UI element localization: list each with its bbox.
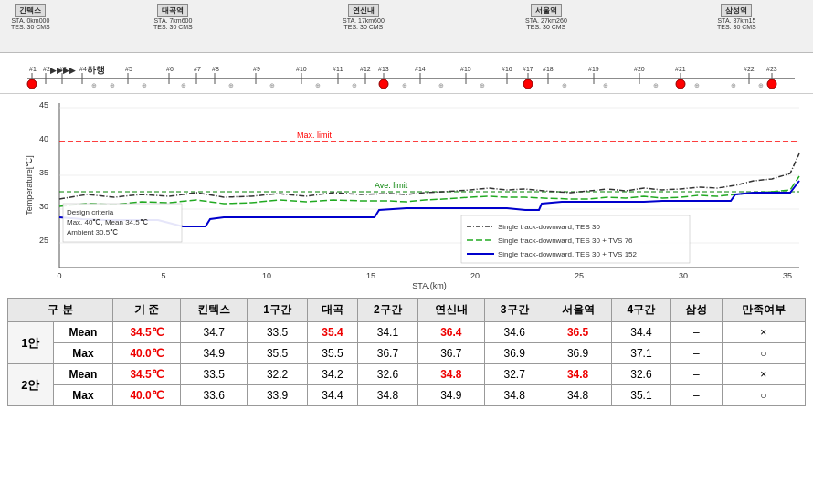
svg-text:⊕: ⊕ [352,82,357,89]
svg-point-50 [379,79,388,89]
data-cell: 36.9 [544,343,611,364]
svg-text:#10: #10 [296,66,307,72]
svg-text:⊕: ⊕ [562,82,567,89]
data-cell: 36.4 [417,322,484,343]
svg-text:#13: #13 [378,66,389,72]
svg-text:⊕: ⊕ [181,82,186,89]
svg-text:25: 25 [39,236,48,245]
row-type: Mean [53,364,112,385]
row-type: Max [53,343,112,364]
svg-text:20: 20 [470,271,480,280]
diagram-area: 긴텍스 STA. 0km000 TES: 30 CMS 대곡역 STA. 7km… [0,0,813,292]
data-cell: 32.2 [248,364,307,385]
table-area: 구 분 기 준 킨텍스 1구간 대곡 2구간 연신내 3구간 서울역 4구간 삼… [0,292,813,412]
svg-text:#12: #12 [360,66,371,72]
svg-text:Design criteria: Design criteria [67,208,114,216]
svg-text:⊕: ⊕ [402,82,407,89]
data-cell: 35.5 [307,343,357,364]
row-type: Mean [53,322,112,343]
header-seg2: 2구간 [358,299,417,322]
svg-text:#2: #2 [43,66,50,72]
svg-text:⊕: ⊕ [480,82,485,89]
header-gijun: 기 준 [113,299,181,322]
svg-text:Ave. limit: Ave. limit [375,181,408,190]
header-seg1: 1구간 [248,299,307,322]
svg-text:#6: #6 [166,66,174,72]
station-bar: 긴텍스 STA. 0km000 TES: 30 CMS 대곡역 STA. 7km… [0,0,813,53]
svg-text:#3: #3 [59,66,67,72]
data-cell: 32.7 [484,364,544,385]
svg-text:Temperature[℃]: Temperature[℃] [25,155,34,215]
svg-text:#19: #19 [588,66,599,72]
svg-text:⊕: ⊕ [315,82,321,89]
svg-text:⊕: ⊕ [758,82,764,89]
svg-text:⊕: ⊕ [269,82,275,89]
data-cell: × [722,322,805,343]
station-kintex: 긴텍스 STA. 0km000 TES: 30 CMS [11,4,50,30]
data-cell: 34.1 [358,322,417,343]
svg-point-51 [523,79,533,89]
svg-text:#4: #4 [79,66,87,72]
header-seg4: 4구간 [611,299,670,322]
svg-text:15: 15 [366,271,375,280]
svg-text:40: 40 [39,134,48,143]
data-cell: 34.4 [611,322,670,343]
data-cell: ○ [722,343,805,364]
header-gubun: 구 분 [8,299,113,322]
data-cell: – [671,385,722,406]
svg-text:#21: #21 [675,66,686,72]
criteria-value: 34.5℃ [113,322,181,343]
svg-text:0: 0 [57,271,61,280]
data-cell: 36.5 [544,322,611,343]
data-cell: 35.5 [248,343,307,364]
data-cell: 34.7 [181,322,248,343]
svg-text:30: 30 [679,271,688,280]
svg-text:⊕: ⊕ [91,82,97,89]
svg-text:5: 5 [161,271,165,280]
svg-text:Max. 40℃, Mean 34.5℃: Max. 40℃, Mean 34.5℃ [67,218,148,226]
station-yeonsin: 연신내 STA. 17km600 TES: 30 CMS [343,4,385,30]
data-cell: 32.6 [358,364,417,385]
data-cell: 34.8 [417,364,484,385]
data-cell: 33.5 [181,364,248,385]
data-cell: 34.2 [307,364,357,385]
data-cell: 33.5 [248,322,307,343]
data-cell: 34.8 [484,385,544,406]
data-cell: 34.9 [181,343,248,364]
header-daegok: 대곡 [307,299,357,322]
header-samsung: 삼성 [671,299,722,322]
svg-text:45: 45 [39,100,48,110]
svg-text:#22: #22 [744,66,755,72]
svg-text:Single track-downward, TES 30 : Single track-downward, TES 30 + TVS 152 [498,250,638,258]
data-cell: 35.4 [307,322,357,343]
chart-area: 45 40 35 30 25 0 5 10 15 20 25 30 35 STA… [0,94,813,292]
data-cell: 32.6 [611,364,670,385]
criteria-value: 34.5℃ [113,364,181,385]
svg-text:STA.(km): STA.(km) [412,281,446,290]
data-cell: 34.9 [417,385,484,406]
data-cell: 36.7 [417,343,484,364]
svg-text:#18: #18 [543,66,554,72]
svg-text:#17: #17 [523,66,533,72]
plan-label-0: 1안 [8,322,54,364]
data-cell: 33.6 [181,385,248,406]
data-cell: – [671,343,722,364]
svg-text:#8: #8 [212,66,219,72]
svg-text:#7: #7 [194,66,201,72]
data-cell: 34.6 [484,322,544,343]
svg-text:35: 35 [783,271,792,280]
svg-text:Single track-downward, TES 30: Single track-downward, TES 30 [498,223,600,231]
svg-text:⊕: ⊕ [653,82,659,89]
header-kintex: 킨텍스 [181,299,248,322]
svg-text:⊕: ⊕ [438,82,444,89]
svg-text:Ambient 30.5℃: Ambient 30.5℃ [67,228,118,236]
track-svg: ▶▶▶▶ 하행 #1 #2 #3 #4 #5 #6 #7 [0,53,813,94]
data-cell: 34.4 [307,385,357,406]
svg-text:#15: #15 [460,66,471,72]
svg-point-52 [676,79,685,89]
station-daegok: 대곡역 STA. 7km600 TES: 30 CMS [153,4,193,30]
temperature-chart: 45 40 35 30 25 0 5 10 15 20 25 30 35 STA… [23,99,813,290]
svg-text:⊕: ⊕ [110,82,115,89]
data-cell: 34.8 [544,364,611,385]
svg-text:30: 30 [39,202,48,211]
